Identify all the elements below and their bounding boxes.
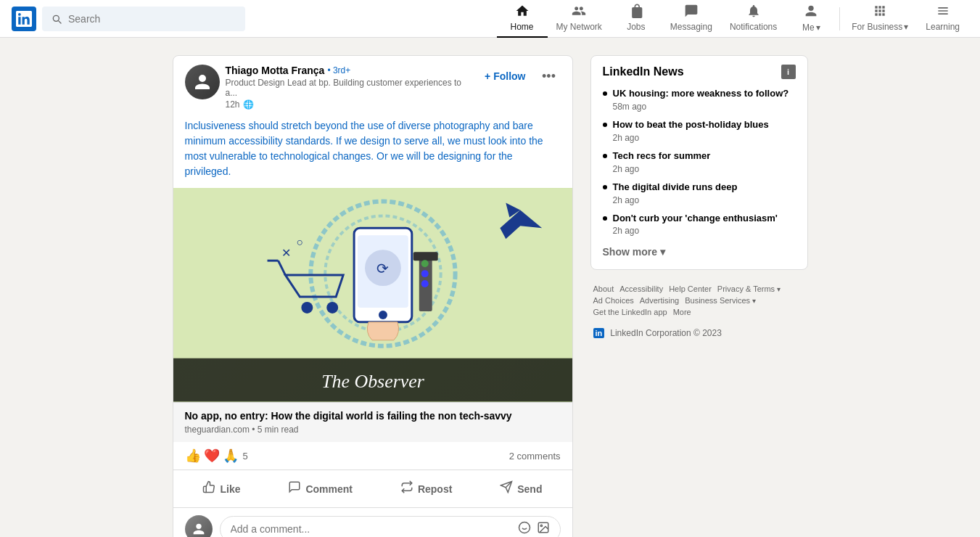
home-icon	[515, 4, 530, 20]
nav-item-learning[interactable]: Learning	[917, 0, 968, 38]
news-item-content: The digital divide runs deep 2h ago	[613, 181, 796, 205]
nav-item-me[interactable]: Me ▾	[786, 0, 836, 38]
nav-items: Home My Network Jobs Messaging Notificat…	[497, 0, 969, 38]
news-item-content: Don't curb your 'change enthusiasm' 2h a…	[613, 213, 796, 237]
svg-text:The Observer: The Observer	[321, 371, 425, 392]
post-link-preview[interactable]: No app, no entry: How the digital world …	[173, 402, 572, 442]
footer-link-advertising[interactable]: Advertising	[640, 296, 679, 305]
footer-link-privacy[interactable]: Privacy & Terms ▾	[717, 284, 781, 293]
reaction-count: 5	[243, 451, 248, 462]
footer-link-help[interactable]: Help Center	[669, 284, 712, 293]
me-icon	[803, 3, 819, 21]
globe-icon: 🌐	[243, 99, 254, 110]
svg-point-7	[378, 311, 387, 319]
svg-text:⟳: ⟳	[376, 261, 389, 276]
for-business-icon	[873, 4, 887, 20]
news-item-content: Tech recs for summer 2h ago	[613, 150, 796, 174]
show-more-button[interactable]: Show more ▾	[603, 243, 665, 261]
more-options-button[interactable]: •••	[538, 65, 561, 88]
jobs-icon	[629, 4, 643, 20]
post-author-name[interactable]: Thiago Motta França • 3rd+	[226, 65, 474, 76]
linkedin-footer-logo: in	[593, 328, 606, 338]
nav-item-my-network[interactable]: My Network	[548, 0, 611, 38]
comment-icon	[288, 480, 301, 497]
footer-link-more[interactable]: More	[673, 308, 691, 316]
follow-button[interactable]: + Follow	[479, 67, 531, 85]
footer-link-about[interactable]: About	[593, 284, 614, 293]
footer-links: About Accessibility Help Center Privacy …	[590, 276, 808, 325]
search-input[interactable]	[68, 13, 236, 25]
nav-item-messaging-label: Messaging	[670, 22, 712, 32]
comment-input-wrapper[interactable]	[220, 516, 561, 538]
footer-link-ad-choices[interactable]: Ad Choices	[593, 296, 634, 305]
news-item-title[interactable]: The digital divide runs deep	[613, 181, 796, 194]
repost-button[interactable]: Repost	[389, 473, 464, 504]
nav-item-notifications-label: Notifications	[730, 22, 777, 32]
news-title: LinkedIn News	[603, 65, 684, 78]
news-item-time: 2h ago	[613, 164, 796, 174]
linkedin-news-card: LinkedIn News i UK housing: more weaknes…	[590, 55, 808, 270]
post-text: Inclusiveness should stretch beyond the …	[173, 118, 572, 188]
news-item-time: 2h ago	[613, 133, 796, 143]
send-button[interactable]: Send	[488, 473, 553, 504]
nav-item-jobs[interactable]: Jobs	[611, 0, 662, 38]
comment-input-icons	[518, 521, 550, 538]
news-item-title[interactable]: How to beat the post-holiday blues	[613, 119, 796, 131]
nav-item-notifications[interactable]: Notifications	[721, 0, 786, 38]
reaction-emojis[interactable]: 👍 ❤️ 🙏 5	[185, 448, 248, 464]
news-item-3: Tech recs for summer 2h ago	[603, 150, 796, 174]
nav-item-for-business[interactable]: For Business ▾	[843, 0, 917, 38]
ellipsis-icon: •••	[542, 69, 556, 84]
main-container: Thiago Motta França • 3rd+ Product Desig…	[81, 38, 899, 537]
footer-link-business-services[interactable]: Business Services ▾	[685, 296, 756, 305]
feed-column: Thiago Motta França • 3rd+ Product Desig…	[173, 55, 573, 537]
news-bullet	[603, 185, 607, 189]
nav-item-my-network-label: My Network	[556, 22, 602, 32]
news-item-time: 58m ago	[613, 102, 796, 112]
nav-divider	[839, 7, 840, 30]
post-image-container[interactable]: ⟳ ✕ ○	[173, 188, 572, 442]
messaging-icon	[684, 4, 699, 20]
post-action-bar: Like Comment Repost	[173, 470, 572, 507]
chevron-down-icon: ▾	[660, 246, 665, 258]
nav-item-home[interactable]: Home	[497, 0, 548, 38]
for-business-chevron-icon: ▾	[904, 22, 908, 32]
news-item-title[interactable]: Don't curb your 'change enthusiasm'	[613, 213, 796, 225]
sidebar-column: LinkedIn News i UK housing: more weaknes…	[590, 55, 808, 537]
post-illustration: ⟳ ✕ ○	[173, 188, 572, 402]
author-title: Product Design Lead at bp. Building cust…	[226, 78, 474, 98]
footer-link-accessibility[interactable]: Accessibility	[619, 284, 663, 293]
footer-link-get-app[interactable]: Get the LinkedIn app	[593, 308, 667, 316]
footer-copyright: in LinkedIn Corporation © 2023	[590, 325, 808, 341]
love-emoji: ❤️	[204, 448, 220, 464]
svg-point-12	[301, 302, 313, 313]
news-item-title[interactable]: UK housing: more weakness to follow?	[613, 88, 796, 100]
news-item-time: 2h ago	[613, 226, 796, 236]
post-reactions: 👍 ❤️ 🙏 5 2 comments	[173, 442, 572, 470]
image-icon[interactable]	[537, 521, 550, 538]
post-header: Thiago Motta França • 3rd+ Product Desig…	[173, 56, 572, 118]
emoji-icon[interactable]	[518, 521, 531, 538]
news-item-5: Don't curb your 'change enthusiasm' 2h a…	[603, 213, 796, 237]
svg-point-26	[519, 522, 530, 533]
repost-icon	[400, 480, 413, 497]
my-network-icon	[572, 4, 586, 20]
linkedin-logo-icon	[16, 11, 32, 27]
avatar-image	[185, 65, 220, 99]
comment-count[interactable]: 2 comments	[509, 451, 561, 462]
comment-input[interactable]	[231, 523, 512, 535]
link-title: No app, no entry: How the digital world …	[185, 410, 561, 422]
author-avatar[interactable]	[185, 65, 220, 99]
navbar: Home My Network Jobs Messaging Notificat…	[0, 0, 980, 38]
post-top-actions: + Follow •••	[479, 65, 560, 88]
comment-button[interactable]: Comment	[276, 473, 364, 504]
search-bar[interactable]	[42, 7, 245, 31]
business-arrow-icon: ▾	[752, 297, 756, 305]
news-info-icon[interactable]: i	[781, 65, 796, 79]
author-badge: • 3rd+	[327, 65, 350, 75]
like-button[interactable]: Like	[191, 473, 252, 504]
news-item-title[interactable]: Tech recs for summer	[613, 150, 796, 163]
nav-item-messaging[interactable]: Messaging	[662, 0, 721, 38]
linkedin-logo[interactable]	[12, 7, 36, 31]
svg-point-0	[809, 6, 814, 11]
